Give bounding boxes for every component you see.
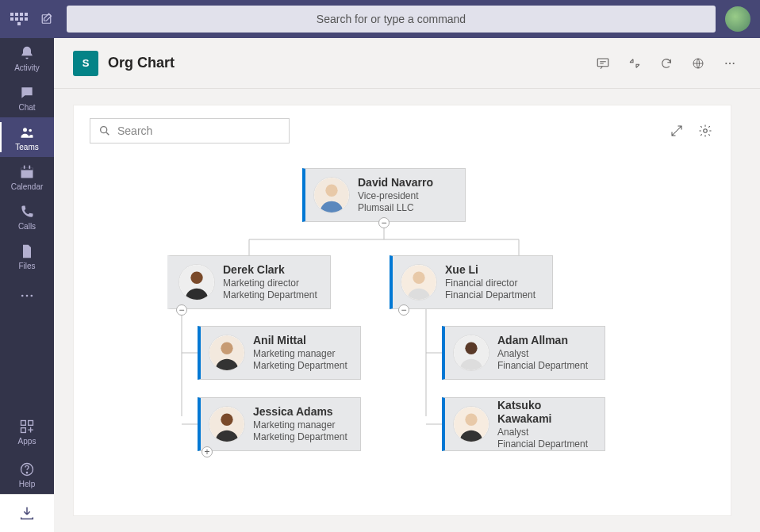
svg-point-20 [101,127,107,133]
command-search-input[interactable] [67,6,716,33]
rail-more[interactable] [0,276,54,316]
compose-icon[interactable] [38,10,57,29]
rail-help[interactable]: Help [0,454,54,494]
org-card-left-c1[interactable]: Anil Mittal Marketing manager Marketing … [198,326,361,380]
rail-label: Teams [15,143,38,151]
card-dept: Marketing Department [253,360,347,372]
avatar-icon [209,335,245,371]
panel-toolbar [90,118,715,144]
card-dept: Financial Department [497,360,588,372]
org-card-left-c2[interactable]: Jessica Adams Marketing manager Marketin… [198,397,361,451]
svg-rect-4 [21,167,33,170]
phone-icon [18,203,36,220]
org-card-right-head[interactable]: Xue Li Financial director Financial Depa… [390,255,553,309]
panel-search [90,118,290,144]
card-role: Analyst [497,348,588,360]
avatar-icon [453,406,489,442]
ellipsis-icon [19,288,35,304]
card-role: Analyst [497,427,597,438]
profile-avatar[interactable] [725,6,750,32]
avatar-icon [401,264,437,300]
card-dept: Financial Department [497,438,597,450]
org-card-left-head[interactable]: Derek Clark Marketing director Marketing… [167,255,331,309]
rail-calendar[interactable]: Calendar [0,157,54,197]
tab-logo-letter: S [83,57,90,69]
teams-icon [18,124,36,141]
tab-conversation-button[interactable] [592,52,614,75]
tab-reload-button[interactable] [655,52,677,75]
svg-point-35 [190,272,202,284]
tab-more-button[interactable] [719,52,741,75]
panel-search-input[interactable] [117,124,281,137]
svg-point-17 [725,62,727,63]
card-dept: Marketing Department [223,289,317,301]
svg-rect-6 [29,165,31,168]
card-role: Marketing director [223,277,317,289]
chat-icon [18,84,36,101]
svg-point-8 [26,295,29,297]
expand-toggle[interactable]: + [202,446,213,457]
svg-point-41 [221,414,232,426]
card-role: Financial director [445,277,535,289]
card-dept: Financial Department [445,289,535,301]
org-card-root[interactable]: David Navarro Vice-president Plumsail LL… [302,168,466,222]
rail-files[interactable]: Files [0,236,54,276]
card-name: David Navarro [358,176,433,190]
tab-header: S Org Chart [54,38,760,89]
tab-collapse-button[interactable] [624,52,646,75]
svg-point-43 [465,343,477,354]
command-search [67,6,716,33]
rail-label: Help [19,480,36,488]
svg-point-7 [21,295,24,297]
svg-point-1 [23,128,27,132]
collapse-toggle[interactable]: − [398,304,409,316]
svg-rect-11 [29,420,33,425]
card-name: Xue Li [445,263,535,277]
rail-calls[interactable]: Calls [0,197,54,236]
card-name: Derek Clark [223,263,317,277]
apps-icon [18,418,36,435]
org-card-right-c1[interactable]: Adam Allman Analyst Financial Department [442,326,605,380]
rail-label: Chat [18,103,35,112]
rail-chat[interactable]: Chat [0,78,54,117]
card-role: Vice-president [358,190,433,202]
rail-teams[interactable]: Teams [0,117,54,157]
svg-rect-15 [597,59,608,67]
svg-rect-5 [24,165,25,168]
svg-point-39 [221,343,232,354]
chart-area: David Navarro Vice-president Plumsail LL… [90,156,715,503]
search-icon [98,124,111,137]
settings-button[interactable] [696,121,715,140]
card-dept: Marketing Department [253,431,347,443]
card-name: Jessica Adams [253,405,347,419]
bell-icon [18,44,36,62]
waffle-icon[interactable] [10,10,29,29]
card-role: Marketing manager [253,419,347,431]
svg-point-2 [29,128,32,132]
avatar-icon [453,335,489,371]
card-name: Katsuko Kawakami [497,399,597,427]
avatar-icon [209,406,245,442]
app-rail: Activity Chat Teams Calendar Calls Files… [0,38,54,532]
rail-activity[interactable]: Activity [0,38,54,78]
tab-logo: S [73,51,98,76]
org-card-right-c2[interactable]: Katsuko Kawakami Analyst Financial Depar… [442,397,605,451]
file-icon [18,243,36,260]
tab-website-button[interactable] [687,52,709,75]
content-area: David Navarro Vice-president Plumsail LL… [54,89,760,532]
calendar-icon [18,163,36,181]
fullscreen-button[interactable] [667,121,686,140]
svg-point-19 [733,62,735,63]
svg-point-45 [465,414,477,426]
collapse-toggle[interactable]: − [176,304,187,316]
rail-download[interactable] [0,494,54,532]
svg-point-18 [729,62,731,63]
svg-rect-10 [21,420,26,425]
collapse-toggle[interactable]: − [378,217,390,228]
svg-point-37 [413,272,424,284]
svg-point-33 [325,185,337,197]
rail-label: Calls [18,222,36,231]
orgchart-panel: David Navarro Vice-president Plumsail LL… [73,105,731,516]
rail-apps[interactable]: Apps [0,411,54,451]
rail-label: Calendar [11,182,44,191]
